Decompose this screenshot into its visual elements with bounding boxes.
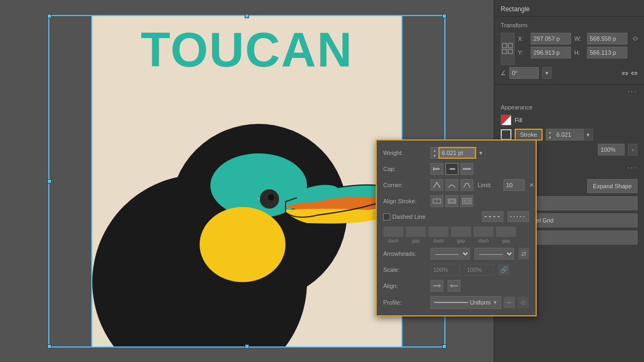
rotation-row: ∠ ▼ ⇔ ⇕ (501, 67, 638, 79)
panel-title-section: Rectangle (494, 0, 644, 17)
corner-icons (430, 179, 473, 191)
svg-point-3 (200, 207, 286, 282)
app-layout: TOUCAN (0, 0, 644, 362)
weight-row: Weight: ▲ ▼ ▼ (383, 147, 529, 159)
fill-icon[interactable] (501, 115, 511, 125)
toucan-illustration (92, 68, 402, 346)
dash-field-3: dash (473, 226, 494, 243)
profile-display[interactable]: Uniform ▼ (430, 296, 501, 309)
svg-rect-7 (502, 43, 507, 48)
rotation-input[interactable] (509, 67, 539, 79)
panel-title: Rectangle (501, 5, 638, 13)
limit-close[interactable]: ✕ (529, 182, 534, 189)
y-label: Y: (518, 49, 528, 56)
h-input[interactable] (587, 47, 627, 58)
stroke-popup: Weight: ▲ ▼ ▼ Cap: (376, 139, 537, 316)
align-inside-svg (447, 197, 457, 205)
dash-gap-fields: dash gap dash gap dash gap (383, 226, 529, 243)
svg-rect-10 (508, 49, 513, 54)
weight-unit-dropdown[interactable]: ▼ (476, 147, 486, 159)
dash-input-1[interactable] (383, 226, 404, 237)
stroke-icon[interactable] (501, 129, 511, 140)
limit-input[interactable] (503, 179, 525, 191)
x-input[interactable] (531, 33, 571, 45)
stroke-unit-dropdown[interactable]: ▼ (583, 129, 593, 141)
dash-field-2: dash (428, 226, 449, 243)
transform-more-btn[interactable]: ··· (494, 85, 644, 99)
round-corner-svg (448, 181, 456, 189)
gap-label-2: gap (457, 238, 465, 243)
stroke-button[interactable]: Stroke (515, 129, 543, 141)
handle-bottom-left[interactable] (47, 344, 52, 349)
svg-point-5 (268, 194, 274, 201)
corner-miter-icon[interactable] (430, 179, 443, 191)
gap-input-2[interactable] (451, 226, 471, 237)
flip-vertical-icon[interactable]: ⇕ (629, 70, 639, 77)
stroke-weight-down[interactable]: ▼ (546, 135, 554, 140)
corner-round-icon[interactable] (445, 179, 458, 191)
profile-flip-icon[interactable]: ↔ (503, 297, 515, 308)
weight-down-arrow[interactable]: ▼ (431, 153, 438, 158)
dashed-pattern-2[interactable] (508, 211, 529, 222)
opacity-more-btn[interactable]: › (628, 144, 638, 156)
corner-bevel-icon[interactable] (460, 179, 473, 191)
expand-shape-button[interactable]: Expand Shape (587, 179, 638, 193)
stroke-weight-up[interactable]: ▲ (546, 129, 554, 135)
rotation-dropdown[interactable]: ▼ (542, 67, 552, 79)
align-inside-icon[interactable] (445, 195, 458, 207)
cap-round-icon[interactable] (445, 163, 458, 175)
gap-label-1: gap (412, 238, 420, 243)
handle-bottom-right[interactable] (442, 344, 447, 349)
y-input[interactable] (531, 47, 571, 58)
weight-up-arrow[interactable]: ▲ (431, 147, 438, 153)
link-proportions-icon[interactable] (631, 34, 640, 43)
cap-square-icon[interactable] (460, 163, 473, 175)
align-arrowhead-1[interactable] (430, 280, 443, 292)
cap-label: Cap: (383, 166, 426, 172)
dashed-checkbox[interactable] (383, 213, 390, 220)
dash-label-2: dash (433, 238, 444, 243)
arrowheads-row: Arrowheads: ———— ———— ⇄ (383, 248, 529, 260)
handle-middle-left[interactable] (47, 179, 52, 183)
align-center-icon[interactable] (430, 195, 443, 207)
handle-top-left[interactable] (47, 14, 52, 18)
align-arrowhead-2[interactable] (448, 280, 460, 292)
dashed-line-checkbox-label[interactable]: Dashed Line (383, 213, 426, 220)
align-arr-svg1 (432, 282, 442, 290)
miter-corner-svg (433, 181, 441, 189)
scale-lock-icon[interactable]: 🔗 (498, 264, 510, 276)
dash-input-3[interactable] (473, 226, 494, 237)
flip-horizontal-icon[interactable]: ⇔ (621, 68, 628, 78)
handle-top-right[interactable] (442, 14, 447, 18)
align-center-svg (432, 197, 442, 205)
appearance-more-dots: ··· (627, 163, 638, 173)
more-dots: ··· (627, 87, 638, 97)
gap-field-3: gap (496, 226, 516, 243)
gap-field-1: gap (406, 226, 426, 243)
align-outside-icon[interactable] (460, 195, 473, 207)
swap-arrowheads-btn[interactable]: ⇄ (518, 248, 529, 260)
svg-rect-20 (464, 200, 470, 202)
gap-input-1[interactable] (406, 226, 426, 237)
scale-start-input[interactable] (430, 264, 460, 276)
w-input[interactable] (587, 33, 627, 45)
opacity-input[interactable] (598, 144, 625, 156)
arrowhead-start-select[interactable]: ———— (430, 248, 470, 260)
transform-grid-icon (501, 42, 514, 55)
poster-title: TOUCAN (92, 26, 401, 74)
corner-row: Corner: Limit: ✕ (383, 179, 529, 191)
profile-more-icon[interactable]: ⊘ (517, 297, 529, 308)
dashed-pattern-1[interactable] (482, 211, 503, 222)
cap-butt-icon[interactable] (430, 163, 443, 175)
dash-input-2[interactable] (428, 226, 449, 237)
weight-value-input[interactable] (438, 147, 476, 159)
scale-end-input[interactable] (464, 264, 494, 276)
svg-rect-8 (508, 43, 513, 48)
arrowhead-end-select[interactable]: ———— (474, 248, 514, 260)
stroke-value-input[interactable] (554, 129, 583, 141)
butt-cap-svg (433, 165, 441, 173)
round-cap-svg (448, 165, 456, 173)
gap-input-3[interactable] (496, 226, 516, 237)
align-stroke-label: Align Stroke: (383, 198, 426, 204)
transform-icon-block[interactable] (501, 33, 515, 65)
